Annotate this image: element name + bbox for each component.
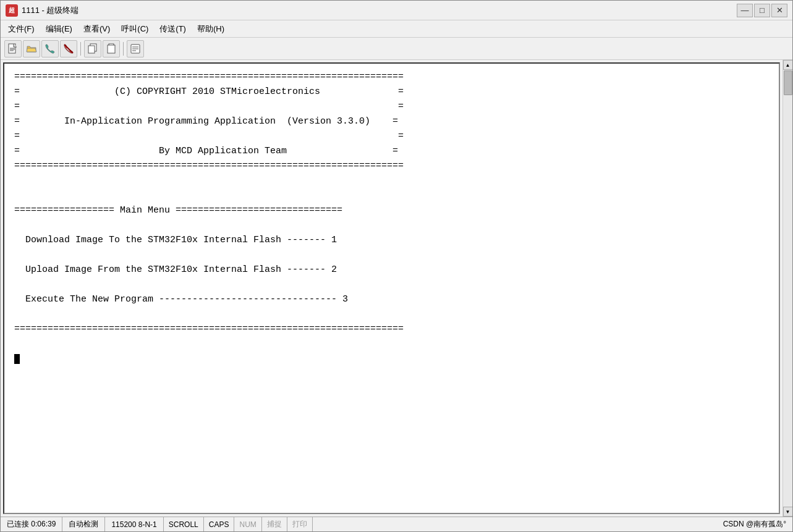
scrollbar[interactable]: ▲ ▼ bbox=[782, 60, 792, 517]
num-indicator: NUM bbox=[234, 517, 261, 531]
toolbar-sep-2 bbox=[123, 42, 124, 56]
terminal-cursor bbox=[14, 354, 20, 364]
minimize-button[interactable]: — bbox=[737, 4, 753, 17]
scroll-track[interactable] bbox=[783, 70, 793, 507]
scroll-indicator: SCROLL bbox=[164, 517, 204, 531]
phone-icon bbox=[45, 43, 56, 54]
menu-call[interactable]: 呼叫(C) bbox=[116, 22, 153, 36]
new-button[interactable] bbox=[4, 40, 22, 57]
baud-status: 115200 8-N-1 bbox=[105, 517, 163, 531]
svg-rect-9 bbox=[109, 44, 113, 45]
content-area: ========================================… bbox=[1, 60, 792, 517]
open-icon bbox=[26, 43, 37, 54]
maximize-button[interactable]: □ bbox=[754, 4, 770, 17]
baud-text: 115200 8-N-1 bbox=[111, 520, 156, 529]
open-button[interactable] bbox=[23, 40, 40, 57]
window-controls: — □ ✕ bbox=[737, 4, 787, 17]
menu-help[interactable]: 帮助(H) bbox=[192, 22, 229, 36]
window-title: 1111 - 超级终端 bbox=[22, 5, 737, 16]
terminal-text: ========================================… bbox=[14, 70, 769, 366]
menu-edit[interactable]: 编辑(E) bbox=[41, 22, 77, 36]
hangup-button[interactable] bbox=[60, 40, 77, 57]
watermark-text: CSDN @南有孤岛° bbox=[723, 519, 786, 530]
num-text: NUM bbox=[239, 520, 256, 529]
scroll-up-button[interactable]: ▲ bbox=[783, 60, 793, 70]
new-icon bbox=[7, 43, 19, 54]
connection-text: 已连接 0:06:39 bbox=[7, 519, 56, 530]
capture-text: 捕捉 bbox=[267, 519, 282, 530]
svg-rect-8 bbox=[108, 45, 115, 53]
status-bar: 已连接 0:06:39 自动检测 115200 8-N-1 SCROLL CAP… bbox=[1, 517, 792, 531]
caps-indicator: CAPS bbox=[204, 517, 235, 531]
toolbar bbox=[1, 38, 792, 60]
caps-text: CAPS bbox=[209, 520, 229, 529]
main-window: 超 1111 - 超级终端 — □ ✕ 文件(F) 编辑(E) 查看(V) 呼叫… bbox=[0, 0, 793, 532]
copy-icon bbox=[87, 43, 98, 54]
properties-icon bbox=[130, 43, 141, 54]
scroll-down-button[interactable]: ▼ bbox=[783, 507, 793, 517]
toolbar-sep-1 bbox=[80, 42, 81, 56]
print-indicator: 打印 bbox=[287, 517, 313, 531]
menu-view[interactable]: 查看(V) bbox=[78, 22, 115, 36]
scroll-thumb[interactable] bbox=[784, 70, 792, 95]
copy-button[interactable] bbox=[84, 40, 101, 57]
hangup-icon bbox=[63, 43, 74, 54]
menu-bar: 文件(F) 编辑(E) 查看(V) 呼叫(C) 传送(T) 帮助(H) bbox=[1, 20, 792, 38]
print-text: 打印 bbox=[292, 519, 307, 530]
capture-indicator: 捕捉 bbox=[262, 517, 287, 531]
scroll-text: SCROLL bbox=[169, 520, 198, 529]
connection-status: 已连接 0:06:39 bbox=[1, 517, 62, 531]
detection-status: 自动检测 bbox=[62, 517, 105, 531]
paste-button[interactable] bbox=[103, 40, 120, 57]
menu-file[interactable]: 文件(F) bbox=[3, 22, 40, 36]
properties-button[interactable] bbox=[127, 40, 144, 57]
paste-icon bbox=[106, 43, 117, 54]
title-bar: 超 1111 - 超级终端 — □ ✕ bbox=[1, 1, 792, 20]
close-button[interactable]: ✕ bbox=[771, 4, 787, 17]
app-icon: 超 bbox=[6, 4, 18, 17]
watermark-section: CSDN @南有孤岛° bbox=[717, 517, 792, 531]
call-button[interactable] bbox=[41, 40, 59, 57]
detection-text: 自动检测 bbox=[69, 519, 98, 530]
svg-rect-6 bbox=[88, 46, 95, 53]
menu-transfer[interactable]: 传送(T) bbox=[155, 22, 191, 36]
terminal-output[interactable]: ========================================… bbox=[3, 62, 780, 514]
